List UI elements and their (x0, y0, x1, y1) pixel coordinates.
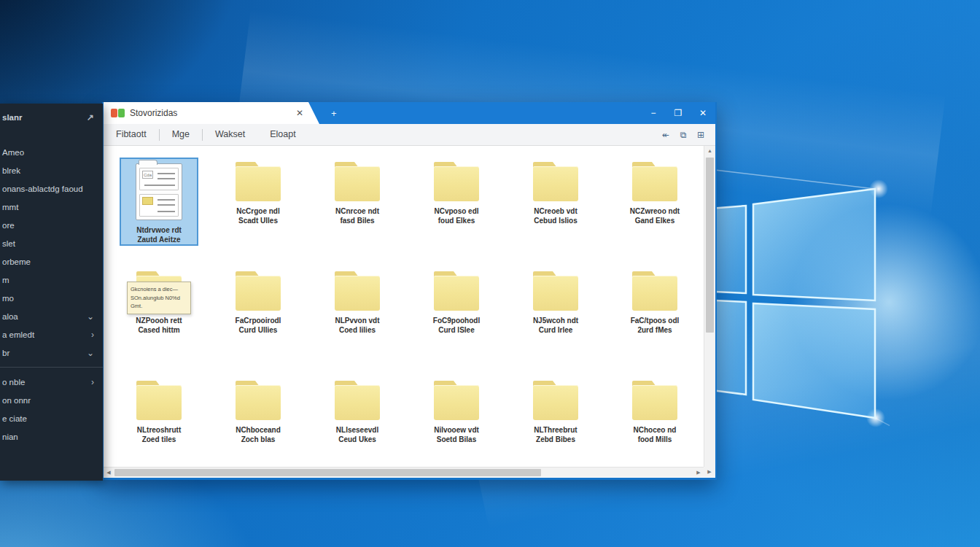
folder-icon (632, 276, 677, 311)
folder-icon (434, 166, 479, 201)
context-menu-item[interactable]: a emledt› (0, 325, 103, 344)
file-item-label: NChboceandZoch blas (220, 425, 296, 444)
scroll-left-icon[interactable]: ◀ (104, 470, 114, 476)
external-arrow-icon[interactable]: ↗ (87, 112, 94, 123)
folder-icon (434, 276, 479, 311)
app-icon-green-square (118, 109, 125, 117)
tab-title: Stovorizidas (130, 108, 312, 118)
context-menu-item[interactable]: br⌄ (0, 344, 103, 362)
tooltip-line: Gmt. (131, 302, 187, 311)
folder-icon (335, 385, 380, 420)
file-item-label: NLlseseevdlCeud Ukes (319, 425, 395, 444)
file-item-label: NcCrgoe ndlScadt Ulles (220, 206, 296, 225)
file-item[interactable]: NChoceo ndfood Mills (617, 378, 693, 444)
file-item-label: NCZwreoo ndtGand Elkes (617, 206, 693, 225)
chevron-right-icon: › (91, 330, 94, 340)
file-item[interactable]: NLtreoshruttZoed tiles (121, 378, 197, 444)
context-menu-item-label: a emledt (2, 330, 34, 339)
tooltip-line: Gkcnoiens a diec— (131, 285, 187, 294)
undo-arrow-icon[interactable]: ↞ (657, 130, 674, 140)
context-menu-item[interactable]: orbeme (0, 252, 103, 271)
context-menu-item[interactable]: nian (0, 427, 103, 446)
file-item[interactable]: Nilvooew vdtSoetd Bilas (419, 378, 494, 444)
file-item-label: NLThreebrutZebd Bibes (518, 425, 594, 444)
close-button[interactable]: ✕ (691, 102, 715, 124)
file-item-label: NCreoeb vdtCebud lslios (518, 206, 594, 225)
app-icon (111, 109, 125, 117)
scroll-right-icon[interactable]: ▶ (693, 470, 704, 476)
tiles-view-icon[interactable]: ⊞ (692, 130, 709, 140)
context-menu-item[interactable]: onans-ablactdg faoud (0, 179, 103, 198)
context-menu-item[interactable]: ore (0, 216, 103, 234)
menu-item-view[interactable]: Wakset (203, 124, 257, 145)
file-manager-window: Stovorizidas ✕ + − ❐ ✕ Fibtaott Mge Waks… (102, 102, 717, 480)
context-menu-item[interactable]: slet (0, 234, 103, 252)
file-item-label: FaC/tpoos odl2urd fMes (617, 316, 693, 335)
new-tab-button[interactable]: + (331, 108, 337, 119)
context-menu-item[interactable]: e ciate (0, 409, 103, 427)
file-item[interactable]: NLPvvon vdtCoed lilies (319, 268, 395, 335)
file-item-label: NLPvvon vdtCoed lilies (319, 316, 395, 335)
menu-bar: Fibtaott Mge Wakset Eloapt ↞ ⧉ ⊞ (104, 124, 715, 146)
file-item-label: FoC9poohodlCurd lSlee (419, 316, 494, 335)
minimize-button[interactable]: − (641, 102, 666, 124)
chevron-right-icon: › (91, 377, 94, 387)
copy-page-icon[interactable]: ⧉ (674, 130, 692, 140)
context-menu-item-label: mo (2, 294, 14, 303)
menu-item-page[interactable]: Mge (160, 124, 202, 145)
folder-icon (533, 276, 578, 311)
file-item[interactable]: FaC/tpoos odl2urd fMes (617, 268, 693, 335)
menu-item-file[interactable]: Fibtaott (104, 124, 159, 145)
context-menu-item[interactable]: mmt (0, 198, 103, 216)
folder-icon (136, 385, 182, 420)
app-icon-orange-square (111, 109, 117, 117)
context-menu-header[interactable]: slanr↗ (0, 109, 103, 125)
context-menu: slanr↗Ameoblrekonans-ablactdg faoudmmtor… (0, 104, 103, 481)
context-menu-item[interactable]: aloa⌄ (0, 307, 103, 325)
title-bar: Stovorizidas ✕ + − ❐ ✕ (104, 102, 715, 124)
chevron-down-icon: ⌄ (87, 348, 94, 358)
file-item[interactable]: NcCrgoe ndlScadt Ulles (220, 159, 296, 225)
context-menu-header-label: slanr (2, 113, 23, 122)
context-menu-item-label: blrek (2, 166, 20, 175)
context-menu-item[interactable]: Ameo (0, 143, 103, 161)
context-menu-item[interactable]: mo (0, 289, 103, 307)
file-item[interactable]: NLThreebrutZebd Bibes (518, 378, 594, 444)
file-item[interactable]: NCreoeb vdtCebud lslios (518, 159, 594, 225)
scrollbar-corner: ▶ (704, 467, 715, 477)
scroll-up-icon[interactable]: ▲ (704, 146, 715, 156)
horizontal-scrollbar[interactable]: ◀ ▶ (104, 467, 704, 477)
file-item[interactable]: NLlseseevdlCeud Ukes (319, 378, 395, 444)
folder-icon (236, 276, 281, 311)
file-item[interactable]: NJ5wcoh ndtCurd lrlee (518, 268, 594, 335)
file-item[interactable]: NCnrcoe ndtfasd Biles (319, 159, 395, 225)
file-item[interactable]: NCZwreoo ndtGand Elkes (617, 159, 693, 225)
context-menu-item-label: aloa (2, 312, 18, 321)
file-item-label: NLtreoshruttZoed tiles (121, 425, 197, 444)
vertical-scrollbar[interactable]: ▲ (704, 146, 715, 467)
windows-logo (693, 164, 890, 430)
content-area: CdaNtdrvwoe rdtZautd AeitzeNcCrgoe ndlSc… (104, 146, 715, 477)
file-item[interactable]: FaCrpooirodlCurd Ullies (220, 268, 296, 335)
file-item[interactable]: NChboceandZoch blas (220, 378, 296, 444)
folder-icon (632, 166, 677, 201)
file-item-label: NJ5wcoh ndtCurd lrlee (518, 316, 594, 335)
context-menu-item[interactable]: blrek (0, 161, 103, 179)
tooltip-line: SOn.alunglub N0%d (131, 294, 187, 303)
horizontal-scroll-thumb[interactable] (114, 469, 541, 476)
document-icon: Cda (136, 163, 182, 220)
context-menu-item[interactable]: m (0, 271, 103, 289)
window-tab[interactable]: Stovorizidas ✕ (104, 102, 319, 124)
folder-icon (335, 166, 380, 201)
file-item-label: FaCrpooirodlCurd Ullies (220, 316, 296, 335)
tab-close-icon[interactable]: ✕ (296, 108, 303, 118)
file-item[interactable]: NCvposo edlfoud Elkes (419, 159, 494, 225)
maximize-button[interactable]: ❐ (666, 102, 691, 124)
context-menu-item[interactable]: on onnr (0, 391, 103, 409)
vertical-scroll-thumb[interactable] (706, 158, 714, 333)
context-menu-item[interactable]: o nble› (0, 373, 103, 391)
file-item[interactable]: CdaNtdrvwoe rdtZautd Aeitze (121, 159, 197, 244)
file-item[interactable]: FoC9poohodlCurd lSlee (419, 268, 494, 335)
context-menu-item-label: m (2, 276, 9, 284)
menu-item-export[interactable]: Eloapt (257, 124, 308, 145)
